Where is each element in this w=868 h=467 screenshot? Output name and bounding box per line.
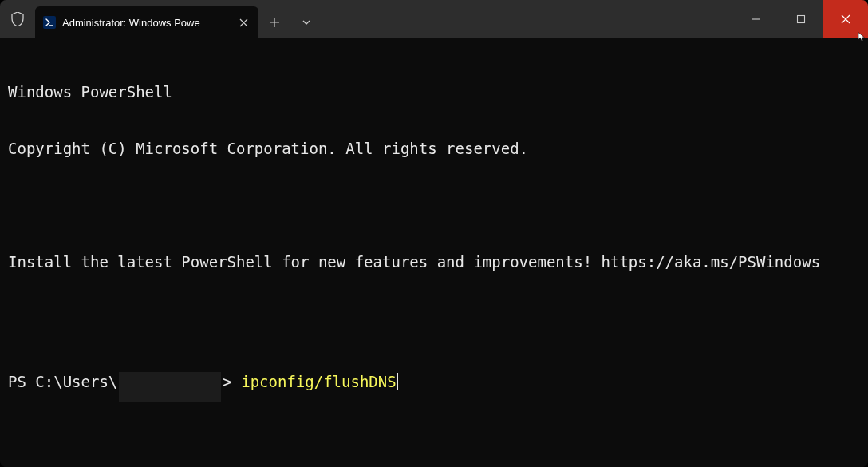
tab-close-button[interactable] bbox=[236, 15, 251, 30]
terminal-blank-line bbox=[8, 311, 860, 330]
maximize-button[interactable] bbox=[779, 0, 823, 38]
text-caret bbox=[397, 373, 399, 390]
maximize-icon bbox=[796, 14, 806, 24]
close-icon bbox=[841, 14, 850, 24]
new-tab-button[interactable] bbox=[258, 17, 290, 28]
terminal-window: Administrator: Windows Powe bbox=[0, 0, 868, 467]
terminal-content[interactable]: Windows PowerShell Copyright (C) Microso… bbox=[0, 38, 868, 467]
prompt-prefix: PS C:\Users\ bbox=[8, 373, 117, 392]
prompt-line: PS C:\Users\> ipconfig/flushDNS bbox=[8, 367, 860, 398]
window-close-button[interactable] bbox=[823, 0, 868, 38]
prompt-suffix: > bbox=[223, 373, 231, 392]
admin-shield-slot bbox=[0, 0, 35, 38]
redacted-username bbox=[119, 372, 221, 402]
terminal-blank-line bbox=[8, 196, 860, 216]
terminal-line: Install the latest PowerShell for new fe… bbox=[8, 253, 860, 272]
minimize-icon bbox=[752, 14, 761, 24]
minimize-button[interactable] bbox=[734, 0, 779, 38]
tab-controls bbox=[258, 6, 322, 38]
chevron-down-icon bbox=[302, 18, 311, 27]
titlebar: Administrator: Windows Powe bbox=[0, 0, 868, 38]
tab-active[interactable]: Administrator: Windows Powe bbox=[35, 6, 258, 38]
terminal-line: Copyright (C) Microsoft Corporation. All… bbox=[8, 140, 860, 159]
terminal-line: Windows PowerShell bbox=[8, 83, 860, 102]
powershell-icon bbox=[43, 16, 56, 29]
tab-dropdown-button[interactable] bbox=[290, 18, 322, 27]
tab-title: Administrator: Windows Powe bbox=[62, 17, 230, 29]
command-text: ipconfig/flushDNS bbox=[241, 373, 396, 392]
svg-rect-0 bbox=[798, 16, 805, 23]
plus-icon bbox=[269, 17, 280, 28]
shield-icon bbox=[11, 12, 24, 26]
window-controls bbox=[734, 0, 868, 38]
close-icon bbox=[239, 18, 248, 27]
